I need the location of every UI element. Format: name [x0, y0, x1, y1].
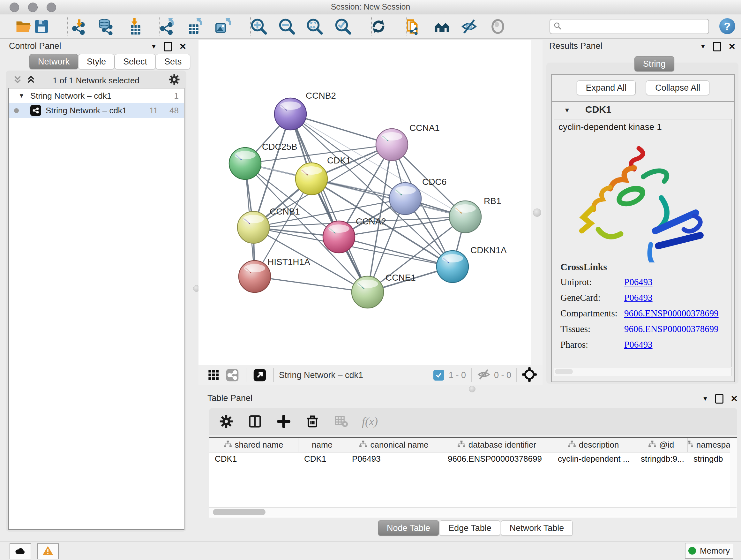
gene-expander-icon[interactable]: ▼ — [564, 107, 570, 114]
search-box[interactable] — [549, 19, 709, 34]
table-cell[interactable]: P06493 — [346, 454, 442, 464]
grid-view-icon[interactable] — [205, 367, 222, 383]
tab-node-table[interactable]: Node Table — [378, 520, 439, 536]
node-CCNA1[interactable]: CCNA1 — [376, 123, 440, 161]
show-column-selector-icon[interactable] — [247, 413, 263, 430]
hide-eye-icon[interactable] — [460, 17, 478, 36]
crosslink-value-link[interactable]: P06493 — [624, 339, 653, 350]
column-header-description[interactable]: description — [552, 438, 635, 452]
tab-select[interactable]: Select — [115, 54, 156, 69]
float-panel-icon[interactable] — [164, 42, 172, 51]
node-RB1[interactable]: RB1 — [449, 196, 501, 233]
float-panel-icon[interactable] — [713, 42, 721, 51]
results-horizontal-scrollbar[interactable] — [554, 368, 732, 376]
selected-nodes-checkbox[interactable] — [433, 370, 444, 381]
refresh-view-icon[interactable] — [369, 17, 387, 36]
table-horizontal-scrollbar[interactable] — [209, 507, 737, 516]
panel-menu-icon[interactable]: ▼ — [700, 43, 706, 50]
panel-menu-icon[interactable]: ▼ — [151, 43, 157, 50]
import-table-file-icon[interactable] — [125, 17, 143, 36]
column-header-canonical-name[interactable]: canonical name — [346, 438, 442, 452]
collection-expander-icon[interactable]: ▼ — [18, 92, 24, 99]
delete-column-trash-icon[interactable] — [304, 413, 321, 430]
control-panel-title: Control Panel — [9, 41, 61, 51]
node-CCNE1[interactable]: CCNE1 — [352, 273, 416, 308]
column-header--id[interactable]: @id — [635, 438, 688, 452]
export-network-icon[interactable] — [158, 17, 176, 36]
export-table-icon[interactable] — [186, 17, 204, 36]
expand-collapse-bar: Expand All Collapse All — [551, 74, 735, 102]
tab-network[interactable]: Network — [29, 54, 78, 69]
table-cell[interactable]: stringdb:9... — [635, 454, 688, 464]
zoom-out-icon[interactable] — [278, 17, 296, 36]
edge-HIST1H1A-CCNE1[interactable] — [255, 276, 367, 292]
add-column-icon[interactable] — [275, 413, 292, 430]
network-view-canvas[interactable]: CCNB2 CCNA1 CDC25B CDK1 CDC6 RB1 CCNB1 C… — [199, 40, 542, 365]
node-CDKN1A[interactable]: CDKN1A — [436, 245, 507, 283]
zoom-fit-icon[interactable] — [306, 17, 324, 36]
horizontal-splitter-handle[interactable] — [469, 386, 475, 392]
node-count: 11 — [149, 106, 158, 116]
network-row-selected[interactable]: String Network – cdk1 11 48 — [9, 103, 184, 118]
import-network-database-icon[interactable] — [95, 17, 113, 36]
node-CCNB1[interactable]: CCNB1 — [238, 206, 300, 243]
collapse-all-button[interactable]: Collapse All — [646, 80, 710, 95]
node-HIST1H1A[interactable]: HIST1H1A — [239, 257, 310, 293]
table-hscroll-thumb[interactable] — [213, 509, 266, 515]
table-cell[interactable]: CDK1 — [298, 454, 346, 464]
table-cell[interactable]: 9606.ENSP00000378699 — [442, 454, 552, 464]
help-button[interactable]: ? — [719, 18, 735, 34]
results-hscroll-thumb[interactable] — [555, 369, 573, 374]
export-image-icon[interactable] — [213, 17, 231, 36]
tab-sets[interactable]: Sets — [156, 54, 190, 69]
cytoscape-window: Session: New Session ? Control Panel ▼ ✕… — [0, 0, 741, 560]
string-network-graph[interactable]: CCNB2 CCNA1 CDC25B CDK1 CDC6 RB1 CCNB1 C… — [199, 40, 542, 365]
node-label-CCNB2: CCNB2 — [306, 91, 336, 101]
crosslink-value-link[interactable]: P06493 — [624, 293, 653, 303]
network-collection-row[interactable]: ▼ String Network – cdk1 1 — [9, 88, 184, 103]
import-network-file-icon[interactable] — [69, 17, 87, 36]
tab-style[interactable]: Style — [78, 54, 115, 69]
float-panel-icon[interactable] — [715, 394, 724, 403]
crosslink-value-link[interactable]: 9606.ENSP00000378699 — [624, 324, 719, 334]
node-CDK1[interactable]: CDK1 — [295, 155, 351, 195]
panel-menu-icon[interactable]: ▼ — [702, 395, 709, 402]
table-settings-gear-icon[interactable] — [218, 413, 234, 430]
table-cell[interactable]: CDK1 — [209, 454, 298, 464]
zoom-in-icon[interactable] — [250, 17, 268, 36]
open-in-new-window-icon[interactable] — [252, 367, 268, 383]
close-panel-icon[interactable]: ✕ — [179, 43, 186, 51]
string-home-icon[interactable] — [433, 17, 451, 36]
node-CCNB2[interactable]: CCNB2 — [274, 91, 336, 130]
column-header-shared-name[interactable]: shared name — [209, 438, 298, 452]
inactive-eye-icon[interactable] — [489, 17, 507, 36]
network-share-view-icon[interactable] — [224, 367, 241, 383]
close-panel-icon[interactable]: ✕ — [731, 395, 738, 403]
table-vertical-scrollbar[interactable] — [730, 438, 737, 507]
memory-button[interactable]: Memory — [685, 543, 733, 559]
clone-network-icon[interactable] — [404, 17, 422, 36]
save-session-icon[interactable] — [32, 17, 51, 36]
network-vertical-scrollbar[interactable] — [531, 40, 542, 365]
crosslink-value-link[interactable]: P06493 — [624, 277, 653, 287]
table-cell[interactable]: cyclin-dependent ... — [552, 454, 635, 464]
network-vscroll-thumb[interactable] — [533, 208, 541, 217]
tab-string[interactable]: String — [634, 56, 674, 71]
expand-all-button[interactable]: Expand All — [577, 80, 636, 95]
column-header-database-identifier[interactable]: database identifier — [442, 438, 552, 452]
tab-edge-table[interactable]: Edge Table — [440, 520, 500, 536]
fit-content-crosshair-icon[interactable] — [522, 367, 537, 383]
close-panel-icon[interactable]: ✕ — [728, 43, 736, 51]
table-row[interactable]: CDK1CDK1P064939606.ENSP00000378699cyclin… — [209, 452, 737, 465]
search-input[interactable] — [565, 22, 709, 31]
tab-network-table[interactable]: Network Table — [501, 520, 573, 536]
column-header-name[interactable]: name — [298, 438, 346, 452]
cloud-status-button[interactable] — [10, 543, 31, 559]
crosslink-value-link[interactable]: 9606.ENSP00000378699 — [624, 308, 719, 319]
gene-header-row[interactable]: ▼ CDK1 — [552, 102, 734, 119]
zoom-selected-icon[interactable] — [334, 17, 352, 36]
open-session-icon[interactable] — [15, 17, 32, 36]
network-options-gear-icon[interactable] — [169, 74, 180, 86]
warnings-button[interactable] — [37, 543, 59, 559]
memory-label: Memory — [700, 546, 730, 556]
